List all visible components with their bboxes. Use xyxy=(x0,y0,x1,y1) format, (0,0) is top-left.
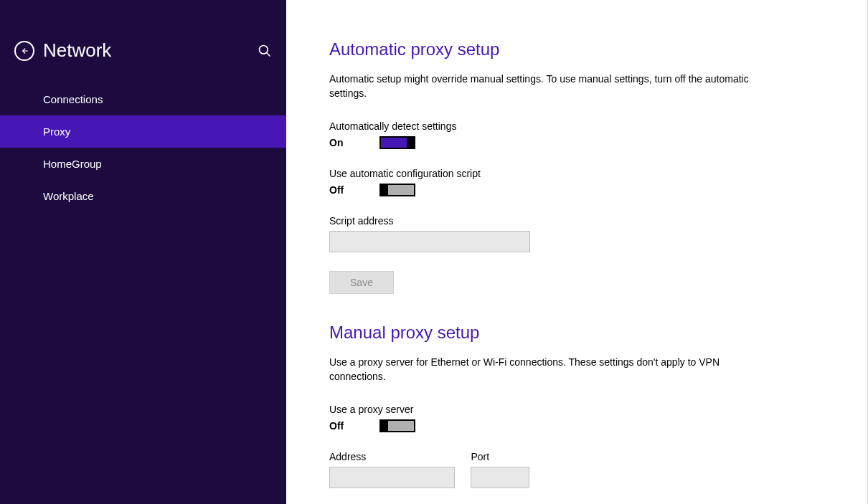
sidebar-header: Network xyxy=(0,39,286,83)
manual-section-description: Use a proxy server for Ethernet or Wi-Fi… xyxy=(329,356,760,384)
use-proxy-state: Off xyxy=(329,420,358,432)
auto-detect-state: On xyxy=(329,137,358,148)
auto-script-toggle[interactable] xyxy=(379,184,415,196)
sidebar: Network Connections Proxy HomeGroup Work… xyxy=(0,0,286,504)
save-button[interactable]: Save xyxy=(329,271,394,294)
svg-point-1 xyxy=(260,45,268,54)
script-address-label: Script address xyxy=(329,215,824,227)
port-label: Port xyxy=(471,451,529,462)
auto-detect-setting: Automatically detect settings On xyxy=(329,120,824,149)
automatic-section-title: Automatic proxy setup xyxy=(329,39,824,60)
svg-line-2 xyxy=(267,52,270,56)
address-port-row: Address Port xyxy=(329,451,824,488)
auto-detect-label: Automatically detect settings xyxy=(329,120,824,132)
content-panel: Automatic proxy setup Automatic setup mi… xyxy=(286,0,868,504)
search-icon xyxy=(258,44,272,58)
back-button[interactable] xyxy=(14,41,34,61)
address-label: Address xyxy=(329,451,455,462)
auto-detect-toggle[interactable] xyxy=(379,136,415,149)
sidebar-item-proxy[interactable]: Proxy xyxy=(0,115,286,148)
use-proxy-toggle[interactable] xyxy=(379,419,415,432)
use-proxy-setting: Use a proxy server Off xyxy=(329,404,824,432)
sidebar-item-connections[interactable]: Connections xyxy=(0,83,286,115)
sidebar-title: Network xyxy=(43,39,258,62)
auto-script-setting: Use automatic configuration script Off xyxy=(329,168,824,196)
address-input[interactable] xyxy=(329,467,455,488)
auto-script-label: Use automatic configuration script xyxy=(329,168,824,179)
script-address-input[interactable] xyxy=(329,231,530,252)
sidebar-item-workplace[interactable]: Workplace xyxy=(0,180,286,212)
sidebar-item-homegroup[interactable]: HomeGroup xyxy=(0,148,286,180)
script-address-setting: Script address xyxy=(329,215,824,252)
auto-script-state: Off xyxy=(329,184,358,196)
automatic-section-description: Automatic setup might override manual se… xyxy=(329,72,760,100)
search-button[interactable] xyxy=(258,44,272,58)
arrow-left-icon xyxy=(19,46,29,56)
nav-list: Connections Proxy HomeGroup Workplace xyxy=(0,83,286,212)
manual-section-title: Manual proxy setup xyxy=(329,323,824,343)
use-proxy-label: Use a proxy server xyxy=(329,404,824,415)
port-input[interactable] xyxy=(471,467,529,488)
